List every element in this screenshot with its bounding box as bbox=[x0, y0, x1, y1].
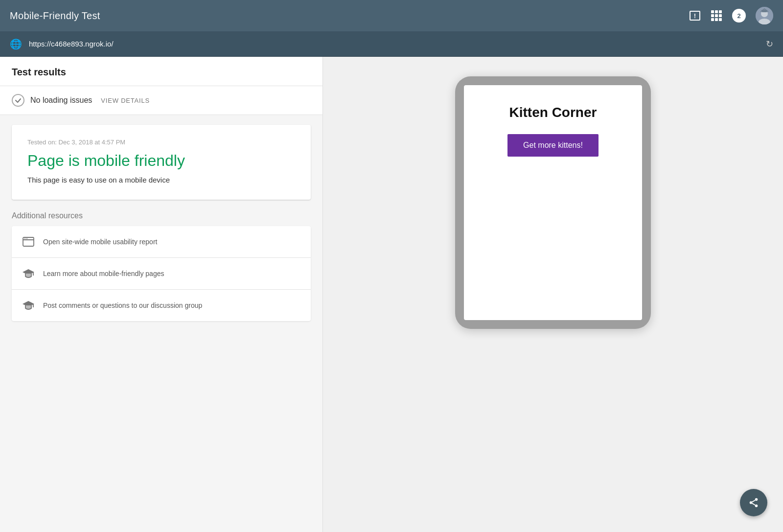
phone-mockup: Kitten Corner Get more kittens! bbox=[455, 76, 651, 329]
grid-apps-icon[interactable] bbox=[711, 10, 722, 22]
no-loading-text: No loading issues bbox=[30, 96, 92, 105]
test-date: Tested on: Dec 3, 2018 at 4:57 PM bbox=[27, 139, 295, 146]
graduation-icon-1 bbox=[22, 267, 35, 280]
svg-line-15 bbox=[752, 503, 755, 505]
resources-card: Open site-wide mobile usability report L… bbox=[12, 226, 311, 321]
right-panel: Kitten Corner Get more kittens! bbox=[323, 57, 783, 532]
resource-label-usability: Open site-wide mobile usability report bbox=[43, 238, 157, 246]
main-content: Test results No loading issues VIEW DETA… bbox=[0, 57, 783, 532]
resource-label-learn: Learn more about mobile-friendly pages bbox=[43, 270, 164, 278]
url-bar: 🌐 ↻ bbox=[0, 31, 783, 57]
share-fab[interactable] bbox=[740, 489, 767, 516]
svg-point-12 bbox=[755, 498, 758, 501]
svg-point-14 bbox=[755, 505, 758, 508]
feedback-icon[interactable]: ! bbox=[689, 10, 701, 22]
test-results-heading: Test results bbox=[0, 57, 322, 86]
content-area: Tested on: Dec 3, 2018 at 4:57 PM Page i… bbox=[0, 115, 322, 331]
mobile-friendly-description: This page is easy to use on a mobile dev… bbox=[27, 176, 295, 184]
mobile-friendly-title: Page is mobile friendly bbox=[27, 152, 295, 170]
resource-label-discussion: Post comments or questions to our discus… bbox=[43, 301, 202, 309]
result-card: Tested on: Dec 3, 2018 at 4:57 PM Page i… bbox=[12, 125, 311, 200]
graduation-icon-2 bbox=[22, 299, 35, 312]
left-panel: Test results No loading issues VIEW DETA… bbox=[0, 57, 323, 532]
avatar[interactable] bbox=[756, 7, 773, 24]
check-icon bbox=[12, 94, 24, 107]
resource-item-discussion[interactable]: Post comments or questions to our discus… bbox=[12, 290, 311, 321]
svg-point-13 bbox=[750, 501, 753, 504]
globe-icon: 🌐 bbox=[10, 38, 22, 50]
resource-item-learn[interactable]: Learn more about mobile-friendly pages bbox=[12, 258, 311, 290]
loading-issues-bar: No loading issues VIEW DETAILS bbox=[0, 86, 322, 115]
phone-screen: Kitten Corner Get more kittens! bbox=[464, 85, 642, 320]
url-input[interactable] bbox=[29, 40, 766, 48]
svg-line-16 bbox=[752, 500, 755, 502]
browser-icon bbox=[22, 235, 35, 249]
app-title: Mobile-Friendly Test bbox=[10, 10, 100, 22]
additional-resources-title: Additional resources bbox=[12, 211, 311, 220]
phone-site-title: Kitten Corner bbox=[509, 105, 597, 120]
get-kittens-button[interactable]: Get more kittens! bbox=[507, 134, 599, 157]
refresh-icon[interactable]: ↻ bbox=[766, 39, 773, 49]
notification-badge[interactable]: 2 bbox=[732, 9, 746, 23]
app-header: Mobile-Friendly Test ! 2 bbox=[0, 0, 783, 31]
header-actions: ! 2 bbox=[689, 7, 773, 24]
view-details-link[interactable]: VIEW DETAILS bbox=[101, 97, 150, 104]
resource-item-usability[interactable]: Open site-wide mobile usability report bbox=[12, 226, 311, 258]
